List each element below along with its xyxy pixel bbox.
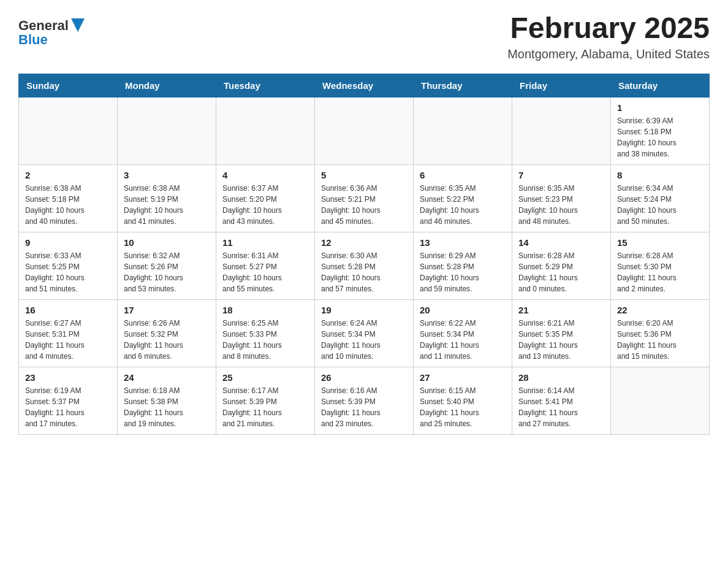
day-info: Sunrise: 6:35 AM Sunset: 5:23 PM Dayligh… — [518, 183, 604, 227]
day-info: Sunrise: 6:26 AM Sunset: 5:32 PM Dayligh… — [124, 318, 210, 362]
day-info: Sunrise: 6:15 AM Sunset: 5:40 PM Dayligh… — [420, 385, 506, 429]
logo-arrow-icon — [71, 18, 85, 32]
day-info: Sunrise: 6:35 AM Sunset: 5:22 PM Dayligh… — [420, 183, 506, 227]
title-block: February 2025 Montgomery, Alabama, Unite… — [507, 12, 710, 61]
calendar-cell: 5Sunrise: 6:36 AM Sunset: 5:21 PM Daylig… — [315, 164, 414, 232]
day-info: Sunrise: 6:20 AM Sunset: 5:36 PM Dayligh… — [617, 318, 703, 362]
calendar-cell: 11Sunrise: 6:31 AM Sunset: 5:27 PM Dayli… — [216, 232, 315, 299]
day-number: 16 — [25, 305, 111, 315]
logo: General Blue — [18, 17, 85, 48]
calendar-cell: 1Sunrise: 6:39 AM Sunset: 5:18 PM Daylig… — [611, 97, 710, 164]
calendar-cell: 27Sunrise: 6:15 AM Sunset: 5:40 PM Dayli… — [414, 367, 512, 434]
day-number: 6 — [420, 170, 506, 180]
day-number: 18 — [222, 305, 308, 315]
calendar-cell: 13Sunrise: 6:29 AM Sunset: 5:28 PM Dayli… — [414, 232, 512, 299]
day-header-thursday: Thursday — [414, 74, 512, 97]
day-number: 3 — [124, 170, 210, 180]
day-number: 14 — [518, 237, 604, 248]
day-info: Sunrise: 6:22 AM Sunset: 5:34 PM Dayligh… — [420, 318, 506, 362]
day-number: 10 — [124, 237, 210, 248]
calendar-cell: 22Sunrise: 6:20 AM Sunset: 5:36 PM Dayli… — [611, 299, 710, 367]
day-number: 5 — [321, 170, 407, 180]
page-header: General Blue February 2025 Montgomery, A… — [18, 12, 710, 61]
day-header-monday: Monday — [118, 74, 216, 97]
calendar-body: 1Sunrise: 6:39 AM Sunset: 5:18 PM Daylig… — [19, 97, 710, 434]
day-number: 28 — [518, 372, 604, 383]
day-info: Sunrise: 6:33 AM Sunset: 5:25 PM Dayligh… — [25, 250, 111, 294]
day-number: 25 — [222, 372, 308, 383]
calendar-cell: 10Sunrise: 6:32 AM Sunset: 5:26 PM Dayli… — [118, 232, 216, 299]
day-number: 17 — [124, 305, 210, 315]
week-row-1: 1Sunrise: 6:39 AM Sunset: 5:18 PM Daylig… — [19, 97, 710, 164]
day-number: 4 — [222, 170, 308, 180]
day-number: 22 — [617, 305, 703, 315]
day-number: 7 — [518, 170, 604, 180]
page-subtitle: Montgomery, Alabama, United States — [507, 47, 710, 61]
day-info: Sunrise: 6:27 AM Sunset: 5:31 PM Dayligh… — [25, 318, 111, 362]
day-info: Sunrise: 6:36 AM Sunset: 5:21 PM Dayligh… — [321, 183, 407, 227]
day-info: Sunrise: 6:19 AM Sunset: 5:37 PM Dayligh… — [25, 385, 111, 429]
calendar-cell — [216, 97, 315, 164]
calendar-cell: 16Sunrise: 6:27 AM Sunset: 5:31 PM Dayli… — [19, 299, 118, 367]
day-number: 24 — [124, 372, 210, 383]
calendar-cell: 6Sunrise: 6:35 AM Sunset: 5:22 PM Daylig… — [414, 164, 512, 232]
calendar-cell: 25Sunrise: 6:17 AM Sunset: 5:39 PM Dayli… — [216, 367, 315, 434]
calendar-cell: 28Sunrise: 6:14 AM Sunset: 5:41 PM Dayli… — [512, 367, 611, 434]
week-row-5: 23Sunrise: 6:19 AM Sunset: 5:37 PM Dayli… — [19, 367, 710, 434]
calendar-cell — [315, 97, 414, 164]
day-info: Sunrise: 6:21 AM Sunset: 5:35 PM Dayligh… — [518, 318, 604, 362]
calendar-cell — [512, 97, 611, 164]
day-number: 8 — [617, 170, 703, 180]
day-number: 20 — [420, 305, 506, 315]
calendar-cell: 4Sunrise: 6:37 AM Sunset: 5:20 PM Daylig… — [216, 164, 315, 232]
day-info: Sunrise: 6:32 AM Sunset: 5:26 PM Dayligh… — [124, 250, 210, 294]
day-number: 19 — [321, 305, 407, 315]
day-info: Sunrise: 6:38 AM Sunset: 5:18 PM Dayligh… — [25, 183, 111, 227]
calendar-cell: 12Sunrise: 6:30 AM Sunset: 5:28 PM Dayli… — [315, 232, 414, 299]
day-info: Sunrise: 6:17 AM Sunset: 5:39 PM Dayligh… — [222, 385, 308, 429]
svg-marker-0 — [71, 18, 85, 32]
calendar-cell — [611, 367, 710, 434]
day-info: Sunrise: 6:30 AM Sunset: 5:28 PM Dayligh… — [321, 250, 407, 294]
calendar-cell — [118, 97, 216, 164]
calendar-cell: 9Sunrise: 6:33 AM Sunset: 5:25 PM Daylig… — [19, 232, 118, 299]
calendar-cell: 2Sunrise: 6:38 AM Sunset: 5:18 PM Daylig… — [19, 164, 118, 232]
calendar-cell: 23Sunrise: 6:19 AM Sunset: 5:37 PM Dayli… — [19, 367, 118, 434]
calendar-header: SundayMondayTuesdayWednesdayThursdayFrid… — [19, 74, 710, 97]
calendar-cell: 19Sunrise: 6:24 AM Sunset: 5:34 PM Dayli… — [315, 299, 414, 367]
calendar-cell: 7Sunrise: 6:35 AM Sunset: 5:23 PM Daylig… — [512, 164, 611, 232]
day-number: 11 — [222, 237, 308, 248]
calendar-cell — [19, 97, 118, 164]
calendar-cell: 26Sunrise: 6:16 AM Sunset: 5:39 PM Dayli… — [315, 367, 414, 434]
week-row-3: 9Sunrise: 6:33 AM Sunset: 5:25 PM Daylig… — [19, 232, 710, 299]
day-number: 15 — [617, 237, 703, 248]
day-info: Sunrise: 6:29 AM Sunset: 5:28 PM Dayligh… — [420, 250, 506, 294]
day-header-saturday: Saturday — [611, 74, 710, 97]
calendar-table: SundayMondayTuesdayWednesdayThursdayFrid… — [18, 74, 710, 435]
day-info: Sunrise: 6:31 AM Sunset: 5:27 PM Dayligh… — [222, 250, 308, 294]
logo-blue-text: Blue — [18, 32, 48, 48]
day-info: Sunrise: 6:37 AM Sunset: 5:20 PM Dayligh… — [222, 183, 308, 227]
day-header-sunday: Sunday — [19, 74, 118, 97]
calendar-cell: 17Sunrise: 6:26 AM Sunset: 5:32 PM Dayli… — [118, 299, 216, 367]
day-info: Sunrise: 6:28 AM Sunset: 5:30 PM Dayligh… — [617, 250, 703, 294]
page-title: February 2025 — [507, 12, 710, 45]
days-header-row: SundayMondayTuesdayWednesdayThursdayFrid… — [19, 74, 710, 97]
day-header-tuesday: Tuesday — [216, 74, 315, 97]
day-number: 12 — [321, 237, 407, 248]
day-info: Sunrise: 6:18 AM Sunset: 5:38 PM Dayligh… — [124, 385, 210, 429]
day-info: Sunrise: 6:28 AM Sunset: 5:29 PM Dayligh… — [518, 250, 604, 294]
calendar-cell — [414, 97, 512, 164]
calendar-cell: 14Sunrise: 6:28 AM Sunset: 5:29 PM Dayli… — [512, 232, 611, 299]
day-header-wednesday: Wednesday — [315, 74, 414, 97]
day-number: 1 — [617, 102, 703, 113]
day-number: 27 — [420, 372, 506, 383]
day-number: 2 — [25, 170, 111, 180]
day-info: Sunrise: 6:16 AM Sunset: 5:39 PM Dayligh… — [321, 385, 407, 429]
day-info: Sunrise: 6:34 AM Sunset: 5:24 PM Dayligh… — [617, 183, 703, 227]
day-info: Sunrise: 6:24 AM Sunset: 5:34 PM Dayligh… — [321, 318, 407, 362]
calendar-cell: 8Sunrise: 6:34 AM Sunset: 5:24 PM Daylig… — [611, 164, 710, 232]
calendar-cell: 18Sunrise: 6:25 AM Sunset: 5:33 PM Dayli… — [216, 299, 315, 367]
calendar-cell: 15Sunrise: 6:28 AM Sunset: 5:30 PM Dayli… — [611, 232, 710, 299]
day-info: Sunrise: 6:38 AM Sunset: 5:19 PM Dayligh… — [124, 183, 210, 227]
